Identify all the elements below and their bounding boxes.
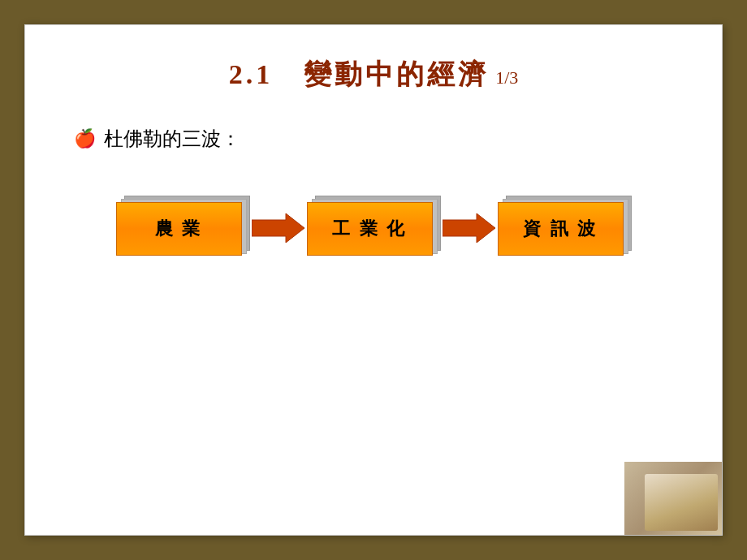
arrow-icon-1	[252, 212, 304, 244]
box-infowave: 資 訊 波	[498, 196, 632, 254]
corner-decoration	[624, 462, 722, 535]
bullet-section: 🍎 杜佛勒的三波：	[74, 126, 722, 152]
arrow-2	[441, 199, 498, 257]
box-label-infowave: 資 訊 波	[498, 202, 624, 256]
page-number: 1/3	[495, 67, 518, 88]
box-industry: 工 業 化	[307, 196, 441, 254]
bullet-text: 杜佛勒的三波：	[104, 126, 240, 152]
arrow-1	[250, 199, 307, 257]
title-text: 2.1 變動中的經濟	[229, 59, 490, 89]
slide: 2.1 變動中的經濟1/3 🍎 杜佛勒的三波： 農 業 工 業 化	[24, 24, 723, 536]
svg-marker-1	[443, 213, 495, 243]
svg-marker-0	[252, 213, 304, 243]
box-label-industry: 工 業 化	[307, 202, 433, 256]
slide-title: 2.1 變動中的經濟1/3	[25, 25, 722, 93]
arrow-icon-2	[443, 212, 495, 244]
box-label-agriculture: 農 業	[116, 202, 242, 256]
apple-icon: 🍎	[74, 128, 96, 149]
box-agriculture: 農 業	[116, 196, 250, 254]
flow-diagram: 農 業 工 業 化 資 訊 波	[25, 192, 722, 257]
